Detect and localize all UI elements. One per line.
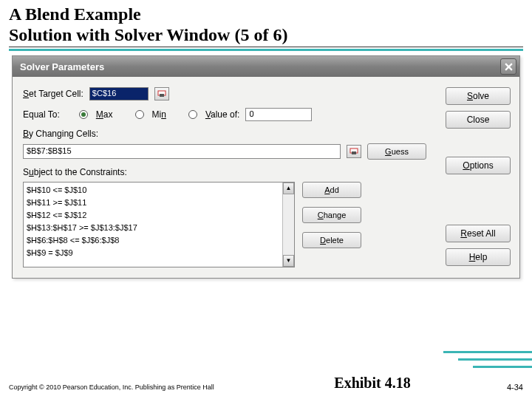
changing-cells-input[interactable]: $B$7:$B$15 [23,144,341,159]
exhibit-label: Exhibit 4.18 [334,375,410,392]
slide-title: A Blend Example Solution with Solver Win… [0,0,532,47]
target-cell-input[interactable]: $C$16 [89,87,149,100]
set-target-label: Set Target Cell: [23,89,83,99]
delete-button[interactable]: Delete [302,232,361,248]
constraint-row[interactable]: $H$11 >= $J$11 [27,197,291,209]
close-button[interactable]: Close [446,111,511,129]
value-of-input[interactable]: 0 [245,108,312,121]
slide-accent-bars [421,341,532,371]
radio-value[interactable] [188,110,197,119]
constraints-listbox[interactable]: $H$10 <= $J$10 $H$11 >= $J$11 $H$12 <= $… [23,182,295,267]
subject-constraints-label: Subject to the Constraints: [23,167,437,177]
scroll-up-icon[interactable]: ▲ [283,183,294,194]
page-number: 4-34 [507,383,523,392]
slide-footer: Copyright © 2010 Pearson Education, Inc.… [9,375,523,392]
radio-min[interactable] [135,110,144,119]
title-accent-line [9,49,523,51]
svg-rect-3 [352,151,356,154]
equal-to-label: Equal To: [23,109,60,120]
solver-parameters-dialog: Solver Parameters Set Target Cell: $C$16… [12,55,520,279]
dialog-title: Solver Parameters [20,61,104,72]
copyright-text: Copyright © 2010 Pearson Education, Inc.… [9,383,238,392]
cell-picker-icon[interactable] [347,145,361,158]
radio-value-label: Value of: [205,109,240,120]
radio-max-label: Max [96,109,113,120]
radio-min-label: Min [152,109,166,120]
constraint-row[interactable]: $H$9 = $J$9 [27,247,291,259]
listbox-scrollbar[interactable]: ▲ ▼ [282,183,294,267]
dialog-titlebar: Solver Parameters [13,56,519,77]
close-icon[interactable] [500,58,516,75]
title-underline [9,47,523,47]
changing-cells-label: By Changing Cells: [23,129,437,139]
solve-button[interactable]: Solve [446,87,511,105]
constraint-row[interactable]: $H$12 <= $J$12 [27,209,291,222]
change-button[interactable]: Change [302,207,361,223]
options-button[interactable]: Options [446,157,511,174]
scroll-down-icon[interactable]: ▼ [283,255,294,267]
guess-button[interactable]: Guess [367,143,426,160]
reset-all-button[interactable]: Reset All [446,225,511,242]
constraint-row[interactable]: $H$10 <= $J$10 [27,184,291,197]
constraint-row[interactable]: $H$6:$H$8 <= $J$6:$J$8 [27,234,291,247]
cell-picker-icon[interactable] [154,87,169,100]
constraint-row[interactable]: $H$13:$H$17 >= $J$13:$J$17 [27,222,291,234]
help-button[interactable]: Help [446,248,511,266]
svg-rect-1 [160,94,164,97]
radio-max[interactable] [79,110,88,119]
add-button[interactable]: Add [302,182,361,198]
